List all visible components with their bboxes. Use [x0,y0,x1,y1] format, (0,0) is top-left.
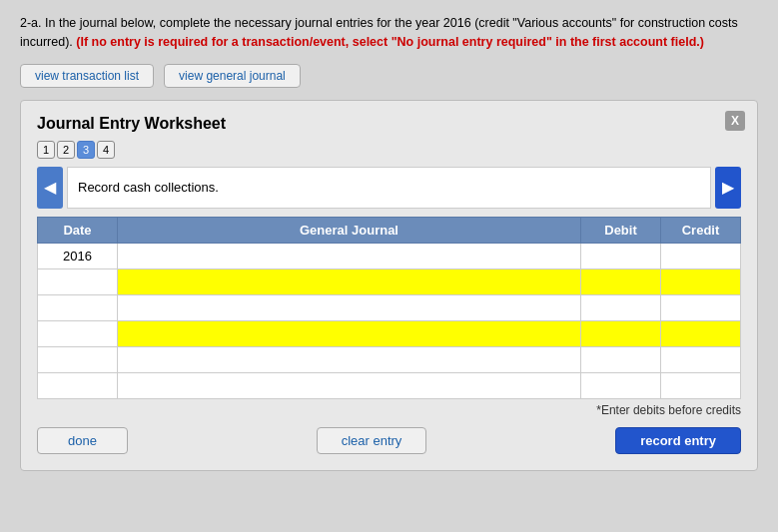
journal-cell-2[interactable] [118,268,581,294]
view-transactions-button[interactable]: view transaction list [20,64,154,88]
done-button[interactable]: done [37,427,128,454]
debit-cell-4[interactable] [581,320,661,346]
journal-cell-1[interactable] [118,243,581,268]
description-text: Record cash collections. [78,180,219,195]
bottom-buttons-row: done clear entry record entry [37,427,741,454]
table-row [38,320,741,346]
header-debit: Debit [581,217,661,243]
credit-input-3[interactable] [665,301,736,315]
debit-cell-6[interactable] [581,372,661,398]
top-buttons-row: view transaction list view general journ… [20,64,758,88]
table-row [38,346,741,372]
date-cell-5 [38,346,118,372]
credit-cell-4[interactable] [661,320,741,346]
date-cell-6 [38,372,118,398]
description-box: Record cash collections. [67,167,711,209]
date-cell-1: 2016 [38,243,118,268]
journal-input-5[interactable] [122,353,576,367]
credit-cell-3[interactable] [661,294,741,320]
worksheet-container: Journal Entry Worksheet X 1 2 3 4 ◀ Reco… [20,100,758,471]
header-journal: General Journal [118,217,581,243]
instruction-prefix: 2-a. [20,16,42,30]
page-1[interactable]: 1 [37,141,55,159]
header-date: Date [38,217,118,243]
debit-cell-5[interactable] [581,346,661,372]
credit-cell-6[interactable] [661,372,741,398]
header-credit: Credit [661,217,741,243]
credit-input-6[interactable] [665,379,736,393]
credit-input-2[interactable] [665,275,736,289]
prev-arrow[interactable]: ◀ [37,167,63,209]
close-button[interactable]: X [725,111,745,131]
next-arrow[interactable]: ▶ [715,167,741,209]
journal-cell-3[interactable] [118,294,581,320]
date-cell-2 [38,268,118,294]
table-row [38,268,741,294]
journal-input-3[interactable] [122,301,576,315]
credit-input-1[interactable] [665,250,736,264]
journal-input-4[interactable] [122,327,576,341]
page-3[interactable]: 3 [77,141,95,159]
table-row [38,294,741,320]
nav-row: ◀ Record cash collections. ▶ [37,167,741,209]
table-row [38,372,741,398]
debit-input-3[interactable] [585,301,656,315]
instructions-block: 2-a. In the journal below, complete the … [20,14,758,52]
journal-cell-4[interactable] [118,320,581,346]
record-entry-button[interactable]: record entry [615,427,741,454]
page-4[interactable]: 4 [97,141,115,159]
journal-input-2[interactable] [122,275,576,289]
debit-cell-3[interactable] [581,294,661,320]
debit-input-4[interactable] [585,327,656,341]
journal-input-1[interactable] [122,250,576,264]
pagination: 1 2 3 4 [37,141,741,159]
credit-input-5[interactable] [665,353,736,367]
debit-cell-1[interactable] [581,243,661,268]
table-row: 2016 [38,243,741,268]
date-cell-3 [38,294,118,320]
journal-input-6[interactable] [122,379,576,393]
instruction-red: (If no entry is required for a transacti… [76,35,704,49]
worksheet-title: Journal Entry Worksheet [37,115,741,133]
debit-input-6[interactable] [585,379,656,393]
debit-input-1[interactable] [585,250,656,264]
hint-text: *Enter debits before credits [37,403,741,417]
debit-input-5[interactable] [585,353,656,367]
journal-cell-5[interactable] [118,346,581,372]
credit-input-4[interactable] [665,327,736,341]
journal-table: Date General Journal Debit Credit 2016 [37,217,741,399]
credit-cell-5[interactable] [661,346,741,372]
clear-entry-button[interactable]: clear entry [317,427,427,454]
view-journal-button[interactable]: view general journal [164,64,301,88]
debit-input-2[interactable] [585,275,656,289]
debit-cell-2[interactable] [581,268,661,294]
page-2[interactable]: 2 [57,141,75,159]
journal-cell-6[interactable] [118,372,581,398]
credit-cell-2[interactable] [661,268,741,294]
date-cell-4 [38,320,118,346]
credit-cell-1[interactable] [661,243,741,268]
